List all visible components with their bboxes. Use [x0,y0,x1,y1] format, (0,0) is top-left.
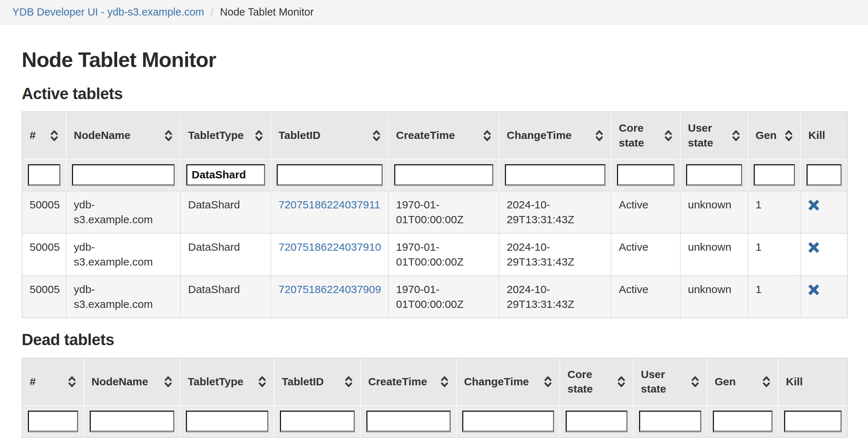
column-header-createtime[interactable]: CreateTime [388,112,499,159]
sort-icon[interactable] [762,376,771,387]
column-header-tabletid[interactable]: TabletID [271,112,388,159]
column-header-changetime[interactable]: ChangeTime [499,112,611,159]
column-header-nodename[interactable]: NodeName [84,359,180,405]
filter-tabletid-input[interactable] [277,164,383,186]
active-tablets-heading: Active tablets [22,85,846,103]
column-label: User state [641,367,686,397]
column-header-tabletid[interactable]: TabletID [274,359,360,405]
sort-icon[interactable] [68,376,76,387]
filter-core-state-input[interactable] [617,164,675,186]
filter-createtime-input[interactable] [366,411,451,432]
sort-icon[interactable] [784,130,793,141]
page-title: Node Tablet Monitor [22,47,846,72]
filter-nodename-input[interactable] [72,164,175,186]
filter-tablettype-input[interactable] [186,411,268,432]
sort-icon[interactable] [344,376,353,387]
column-header-core-state[interactable]: Core state [611,112,680,159]
filter-row [22,405,847,437]
sort-icon[interactable] [483,130,492,141]
column-label: Kill [808,128,825,143]
column-header-num[interactable]: # [22,359,84,405]
column-label: CreateTime [368,374,427,389]
filter-changetime-input[interactable] [462,411,554,432]
sort-icon[interactable] [732,130,740,141]
column-label: TabletID [278,128,320,143]
sort-icon[interactable] [544,376,552,387]
column-header-nodename[interactable]: NodeName [66,112,180,159]
column-label: Kill [786,374,803,389]
column-label: Gen [715,374,736,389]
sort-icon[interactable] [617,376,626,387]
filter-kill-input[interactable] [807,164,842,186]
cell-tabletid: 72075186224037910 [271,233,388,275]
column-header-changetime[interactable]: ChangeTime [456,359,559,405]
tablet-id-link[interactable]: 72075186224037909 [278,283,381,295]
kill-icon[interactable] [808,240,819,253]
kill-icon[interactable] [808,282,819,295]
column-label: TabletID [282,374,324,389]
cell-user-state: unknown [680,275,748,318]
filter-createtime-input[interactable] [394,164,493,186]
cell-num: 50005 [22,275,66,318]
cell-gen: 1 [748,233,800,275]
cell-core-state: Active [611,233,680,275]
cell-kill [800,275,847,318]
filter-kill-input[interactable] [784,411,842,432]
sort-icon[interactable] [664,130,673,141]
sort-icon[interactable] [372,130,381,141]
breadcrumb-current-page: Node Tablet Monitor [220,6,314,18]
table-row: 50005 ydb-s3.example.com DataShard 72075… [22,275,847,318]
filter-num-input[interactable] [28,164,60,186]
cell-num: 50005 [22,233,66,275]
column-header-createtime[interactable]: CreateTime [360,359,456,405]
filter-tabletid-input[interactable] [280,411,355,432]
column-header-gen[interactable]: Gen [748,112,800,159]
tablet-id-link[interactable]: 72075186224037910 [278,241,381,253]
sort-icon[interactable] [440,376,449,387]
cell-tabletid: 72075186224037911 [271,191,388,233]
cell-tablettype: DataShard [180,275,271,318]
filter-user-state-input[interactable] [639,411,701,432]
filter-user-state-input[interactable] [686,164,742,186]
filter-gen-input[interactable] [713,411,773,432]
sort-icon[interactable] [255,130,263,141]
kill-icon[interactable] [808,198,819,211]
main-content: Node Tablet Monitor Active tablets # Nod… [0,47,868,438]
sort-icon[interactable] [164,130,173,141]
sort-icon[interactable] [164,376,173,387]
filter-num-input[interactable] [28,411,78,432]
cell-createtime: 1970-01-01T00:00:00Z [388,275,499,318]
cell-createtime: 1970-01-01T00:00:00Z [388,191,499,233]
active-tablets-table: # NodeName TabletType TabletID CreateTim… [22,111,848,318]
filter-core-state-input[interactable] [566,411,627,432]
sort-icon[interactable] [50,130,59,141]
column-header-gen[interactable]: Gen [707,359,778,405]
breadcrumb-home-link[interactable]: YDB Developer UI - ydb-s3.example.com [12,6,204,18]
filter-gen-input[interactable] [754,164,795,186]
sort-icon[interactable] [258,376,267,387]
cell-gen: 1 [748,275,800,318]
cell-user-state: unknown [680,191,748,233]
tablet-id-link[interactable]: 72075186224037911 [278,199,380,211]
cell-createtime: 1970-01-01T00:00:00Z [388,233,499,275]
sort-icon[interactable] [691,376,699,387]
column-label: Gen [756,128,776,143]
column-header-tablettype[interactable]: TabletType [180,112,271,159]
column-header-tablettype[interactable]: TabletType [180,359,274,405]
column-header-user-state[interactable]: User state [680,112,748,159]
filter-tablettype-input[interactable] [186,164,265,186]
cell-gen: 1 [748,191,800,233]
sort-icon[interactable] [595,130,604,141]
column-header-num[interactable]: # [22,112,66,159]
header-row: # NodeName TabletType TabletID CreateTim… [22,359,847,405]
column-header-core-state[interactable]: Core state [559,359,633,405]
cell-changetime: 2024-10-29T13:31:43Z [499,191,611,233]
header-row: # NodeName TabletType TabletID CreateTim… [22,112,847,159]
filter-nodename-input[interactable] [90,411,174,432]
cell-changetime: 2024-10-29T13:31:43Z [499,275,611,318]
column-header-user-state[interactable]: User state [633,359,707,405]
filter-changetime-input[interactable] [505,164,605,186]
column-label: ChangeTime [464,374,529,389]
cell-core-state: Active [611,275,680,318]
cell-nodename: ydb-s3.example.com [66,275,180,318]
